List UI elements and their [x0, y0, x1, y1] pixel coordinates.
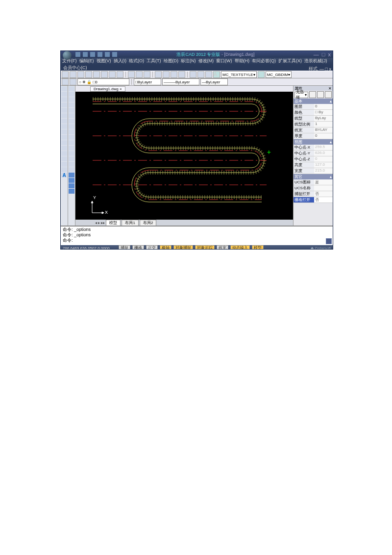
palette1-button[interactable] — [69, 173, 74, 177]
preview-button[interactable] — [93, 71, 100, 78]
prop-color[interactable]: 颜色□ By — [294, 110, 333, 116]
prop-width[interactable]: 宽度215.0 — [294, 168, 333, 174]
calc-button[interactable] — [205, 71, 212, 78]
array-tool[interactable] — [69, 108, 74, 113]
palette2-button[interactable] — [69, 178, 74, 183]
line-tool[interactable] — [61, 86, 67, 91]
new-icon[interactable] — [75, 52, 80, 57]
revcloud-tool[interactable] — [61, 124, 67, 129]
chamfer-tool[interactable] — [69, 156, 74, 161]
open-button[interactable] — [70, 71, 76, 78]
extend-tool[interactable] — [69, 140, 74, 145]
dimstyle-icon[interactable]: ↕ — [258, 71, 265, 78]
maximize-button[interactable]: □ — [322, 51, 325, 57]
tab-layout2[interactable]: 布局2 — [140, 220, 156, 226]
text-style-dropdown[interactable]: MC_TEXTSTYLE ▾ — [221, 71, 257, 78]
break-tool[interactable] — [69, 146, 74, 151]
print-icon[interactable] — [105, 52, 110, 57]
toggle-button[interactable] — [325, 91, 332, 98]
prop-lineweight[interactable]: 线宽BYLAY — [294, 127, 333, 133]
panel-close-icon[interactable]: ✕ — [328, 86, 332, 91]
match-button[interactable] — [128, 71, 135, 78]
lwt-toggle[interactable]: 线宽 — [217, 245, 228, 250]
paste-button[interactable] — [117, 71, 123, 78]
prop-center-z[interactable]: 中心点-Z0 — [294, 156, 333, 162]
close-button[interactable]: x — [328, 51, 331, 57]
fillet-tool[interactable] — [69, 162, 74, 167]
prop-linetype[interactable]: 线型ByLay — [294, 116, 333, 122]
pick-button[interactable] — [317, 91, 324, 98]
table-tool[interactable] — [61, 167, 67, 172]
layer-mgr-button[interactable] — [62, 78, 69, 85]
save-icon[interactable] — [90, 52, 95, 57]
prop-ucs-name[interactable]: UCS名称 — [294, 185, 333, 191]
text-tool[interactable]: A — [61, 173, 67, 177]
menu-tools[interactable]: 工具(T) — [146, 58, 162, 64]
scale-tool[interactable] — [69, 124, 74, 129]
ellipse-tool[interactable] — [61, 135, 67, 140]
document-tab[interactable]: Drawing1.dwg × — [90, 86, 125, 92]
prop-button[interactable] — [197, 71, 204, 78]
dim-style-dropdown[interactable]: MC_GBDIM ▾ — [266, 71, 292, 78]
prop-center-y[interactable]: 中心点-Y626.0 — [294, 151, 333, 156]
prop-layer[interactable]: 图层0 — [294, 104, 333, 110]
color-dropdown[interactable]: □ ByLayer — [134, 78, 161, 85]
trim-tool[interactable] — [69, 135, 74, 140]
otrack-toggle[interactable]: 对象追踪 — [195, 245, 215, 250]
child-window-controls[interactable]: — □ x — [319, 67, 332, 72]
prop-ltscale[interactable]: 线型比例1 — [294, 122, 333, 127]
block-tool[interactable] — [61, 140, 67, 145]
redo-button[interactable] — [144, 71, 150, 78]
osnap-toggle[interactable]: 对象捕捉 — [173, 245, 193, 250]
copy-tool[interactable] — [69, 92, 74, 97]
category-view[interactable]: 视图▴ — [294, 139, 333, 145]
menu-mech[interactable]: 浩辰机械(J) — [304, 58, 328, 64]
lineweight-dropdown[interactable]: — ByLayer — [200, 78, 228, 85]
mirror-tool[interactable] — [69, 97, 74, 102]
prop-center-x[interactable]: 中心点-X259.5 — [294, 145, 333, 151]
menu-view[interactable]: 视图(V) — [96, 58, 112, 64]
command-window[interactable]: 命令: _options 命令: _options 命令: — [61, 226, 333, 245]
circle-tool[interactable] — [61, 119, 67, 124]
palette3-button[interactable] — [69, 183, 74, 188]
copy-button[interactable] — [109, 71, 116, 78]
polar-toggle[interactable]: 极轴 — [160, 245, 172, 250]
menu-qa[interactable]: 有问必答(Q) — [251, 58, 276, 64]
model-toggle[interactable]: 模型 — [252, 245, 264, 250]
app-orb-icon[interactable] — [63, 51, 72, 60]
print-button[interactable] — [85, 71, 92, 78]
arc-tool[interactable] — [61, 113, 67, 118]
save-button[interactable] — [77, 71, 84, 78]
stretch-tool[interactable] — [69, 129, 74, 134]
menu-ext[interactable]: 扩展工具(X) — [278, 58, 302, 64]
tab-model[interactable]: 模型 — [106, 220, 121, 226]
spline-tool[interactable] — [61, 129, 67, 134]
menu-member[interactable]: 会员中心(C) — [63, 65, 88, 71]
dyn-toggle[interactable]: 动态输入 — [230, 245, 250, 250]
link-button[interactable] — [190, 71, 196, 78]
linetype-dropdown[interactable]: ——— ByLayer — [162, 78, 199, 85]
pan-button[interactable] — [155, 71, 162, 78]
menu-insert[interactable]: 插入(I) — [113, 58, 127, 64]
point-tool[interactable] — [61, 146, 67, 151]
menu-format[interactable]: 格式(O) — [128, 58, 145, 64]
menu-draw[interactable]: 绘图(D) — [163, 58, 179, 64]
explode-tool[interactable] — [69, 167, 74, 172]
prop-grid-on[interactable]: 栅格打开否 — [294, 197, 333, 203]
saveall-icon[interactable] — [98, 52, 102, 57]
snap-toggle[interactable]: 捕捉 — [119, 245, 130, 250]
preview-icon[interactable] — [112, 52, 117, 57]
polygon-tool[interactable] — [61, 102, 67, 107]
layer-dropdown[interactable]: ○ ❄ 🔒 □ 0 — [77, 78, 129, 85]
new-button[interactable] — [62, 71, 69, 78]
menu-edit[interactable]: 编辑(E) — [79, 58, 95, 64]
pline-tool[interactable] — [61, 97, 67, 102]
undo-button[interactable] — [136, 71, 143, 78]
open-icon[interactable] — [83, 52, 88, 57]
category-basic[interactable]: 基本▴ — [294, 99, 333, 104]
rotate-tool[interactable] — [69, 119, 74, 124]
prop-height[interactable]: 高度127.0 — [294, 162, 333, 168]
category-misc[interactable]: 其它▴ — [294, 174, 333, 179]
selection-dropdown[interactable]: 无选择 ▾ — [294, 92, 308, 98]
menu-dim[interactable]: 标注(N) — [180, 58, 196, 64]
